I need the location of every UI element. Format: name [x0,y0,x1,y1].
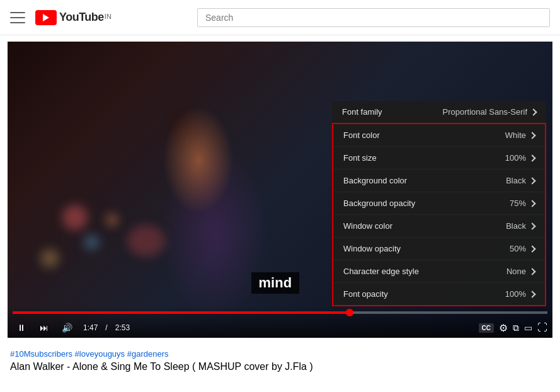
font-opacity-row[interactable]: Font opacity 100% [333,283,545,305]
font-size-label: Font size [343,153,377,163]
background-color-row[interactable]: Background color Black [333,170,545,192]
total-time: 2:53 [115,323,130,332]
window-color-label: Window color [343,221,392,231]
chevron-right-icon [529,268,535,275]
window-opacity-label: Window opacity [343,244,401,253]
font-family-row[interactable]: Font family Proportional Sans-Serif [332,101,546,123]
background-color-value: Black [506,176,535,185]
character-edge-style-row[interactable]: Character edge style None [333,260,545,283]
settings-button[interactable]: ⚙ [499,322,508,334]
youtube-logo[interactable]: YouTube IN [35,10,111,25]
chevron-right-icon [529,222,535,229]
settings-bordered-group: Font color White Font size 100% Backgrou… [332,123,546,306]
font-opacity-label: Font opacity [343,289,388,299]
volume-button[interactable]: 🔊 [58,319,76,337]
font-family-label: Font family [342,107,382,117]
character-edge-style-value: None [506,267,535,276]
font-color-value: White [505,130,535,140]
chevron-right-icon [529,200,535,207]
background-opacity-row[interactable]: Background opacity 75% [333,192,545,215]
next-button[interactable]: ⏭ [35,319,53,337]
bokeh-light [62,205,88,230]
font-size-value: 100% [505,153,535,163]
window-opacity-value: 50% [510,244,535,253]
chevron-right-icon [529,154,535,161]
video-player[interactable]: mind Font family Proportional Sans-Serif… [8,42,552,338]
progress-dot [346,309,353,316]
chevron-right-icon [529,177,535,184]
yt-logo-text: YouTube [59,11,104,24]
font-color-label: Font color [343,130,380,140]
bokeh-light [84,234,100,250]
below-video-info: #10Msubscribers #loveyouguys #gardeners … [0,344,560,372]
current-time: 1:47 [83,323,98,332]
hashtags[interactable]: #10Msubscribers #loveyouguys #gardeners [10,349,550,359]
video-title: Alan Walker - Alone & Sing Me To Sleep (… [10,361,550,372]
time-separator: / [105,323,107,332]
chevron-right-icon [529,291,535,297]
header: YouTube IN [0,0,560,35]
font-size-row[interactable]: Font size 100% [333,147,545,170]
background-opacity-label: Background opacity [343,199,415,208]
play-pause-button[interactable]: ⏸ [13,319,30,337]
background-color-label: Background color [343,176,407,185]
yt-logo-icon [35,10,57,25]
player-controls: ⏸ ⏭ 🔊 1:47 / 2:53 CC ⚙ ⧉ ▭ ⛶ [8,306,552,338]
progress-played [13,311,350,314]
font-family-value: Proportional Sans-Serif [443,107,536,117]
miniplayer-button[interactable]: ⧉ [513,323,519,333]
video-caption: mind [251,272,300,294]
chevron-right-icon [529,132,535,139]
controls-buttons: ⏸ ⏭ 🔊 1:47 / 2:53 CC ⚙ ⧉ ▭ ⛶ [13,318,547,338]
window-color-value: Black [506,221,535,231]
window-opacity-row[interactable]: Window opacity 50% [333,238,545,260]
font-color-row[interactable]: Font color White [333,124,545,147]
settings-panel: Font family Proportional Sans-Serif Font… [332,101,546,306]
character-edge-style-label: Character edge style [343,267,419,276]
right-controls: CC ⚙ ⧉ ▭ ⛶ [479,322,547,334]
font-opacity-value: 100% [505,289,535,299]
yt-country-code: IN [105,13,111,20]
background-opacity-value: 75% [510,199,535,208]
hamburger-menu-icon[interactable] [10,12,25,23]
cc-button[interactable]: CC [479,323,494,333]
search-input[interactable] [197,8,550,27]
theater-button[interactable]: ▭ [524,323,532,333]
chevron-right-icon [529,245,535,252]
chevron-right-icon [530,108,537,115]
bokeh-light [40,249,59,268]
bokeh-light [106,214,118,226]
progress-bar[interactable] [13,311,547,314]
fullscreen-button[interactable]: ⛶ [537,322,547,333]
window-color-row[interactable]: Window color Black [333,215,545,238]
